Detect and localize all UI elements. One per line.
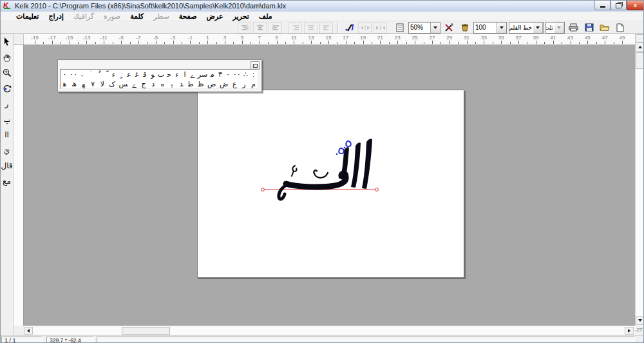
menu-item-help[interactable]: تعليمات (16, 12, 39, 21)
glyph-cell[interactable]: ﺣ (166, 70, 172, 79)
glyph-cell[interactable]: ﺀ (174, 70, 180, 79)
zoom-combobox[interactable]: 50% (408, 22, 440, 34)
glyph-cell[interactable]: ٌ (95, 70, 100, 79)
glyph-cell[interactable]: ے (131, 80, 137, 88)
glyph-cell[interactable]: ۛ (87, 70, 93, 79)
glyph-cell[interactable]: ∴ (243, 70, 249, 79)
menu-item-edit[interactable]: تحرير (232, 12, 249, 21)
document-page[interactable] (197, 90, 464, 278)
align-left-button[interactable] (319, 22, 333, 34)
glyph-cell[interactable]: ؞ (79, 70, 85, 79)
open-button[interactable] (598, 22, 611, 34)
glyph-cell[interactable]: ﻅ (197, 80, 204, 88)
vertical-scroll-thumb[interactable] (636, 52, 644, 69)
glyph-cell[interactable]: ٠٠ (70, 70, 77, 79)
pen-adjust-button[interactable] (343, 22, 356, 34)
rotate-tool[interactable] (1, 83, 12, 93)
menu-item-line[interactable]: سطر (153, 12, 169, 21)
glyph-cell[interactable]: ﻗ (142, 70, 147, 79)
pen-dropdown-arrow[interactable] (533, 23, 543, 33)
restore-button[interactable] (611, 1, 627, 10)
glyph-cell[interactable]: ﮎ (109, 80, 115, 88)
glyph-cell[interactable]: ﻻ (99, 80, 105, 88)
align-center-button[interactable] (304, 22, 317, 34)
menu-item-image[interactable]: صورة (104, 12, 120, 21)
stroke-tool-reh[interactable]: ر (1, 98, 12, 109)
glyph-cell[interactable]: ﺽ (220, 80, 228, 88)
close-button[interactable]: x (627, 1, 644, 10)
spacing-decrease-button[interactable] (358, 22, 372, 34)
spacing-increase-button[interactable] (374, 22, 387, 34)
fit-page-button[interactable] (393, 22, 406, 34)
align-red-center-button[interactable] (253, 22, 267, 34)
zoom-tool[interactable] (1, 67, 12, 78)
align-red-left-button[interactable] (269, 22, 282, 34)
glyph-cell[interactable]: ﺍ (182, 70, 188, 79)
glyph-cell[interactable]: ﻋ (126, 70, 132, 79)
align-red-right-button[interactable] (238, 22, 251, 34)
select-tool[interactable] (1, 36, 12, 47)
yeh-tool[interactable]: يَ (1, 144, 12, 155)
glyph-cell[interactable]: ﻡ (251, 80, 256, 88)
style-combobox[interactable]: ثلث (545, 22, 565, 34)
compose-tool[interactable]: مع (1, 175, 12, 186)
size-dropdown-arrow[interactable] (497, 23, 506, 33)
glyph-cell[interactable]: ﺀ (111, 70, 117, 79)
glyph-cell[interactable]: ﻉ (232, 80, 238, 88)
glyph-cell[interactable]: ّ (103, 70, 109, 79)
word-tool[interactable]: قال (1, 160, 12, 171)
stroke-tool-kaf[interactable]: ݒ (1, 113, 12, 124)
glyph-cell[interactable]: ﺳﺮ (198, 70, 207, 79)
glyph-cell[interactable]: ٣ (217, 70, 223, 79)
glyph-cell[interactable]: ﺪ (178, 80, 184, 88)
glyph-cell[interactable]: ﻏ (134, 70, 140, 79)
glyph-cell[interactable]: ﻮ (150, 70, 156, 79)
scroll-up-button[interactable] (636, 43, 644, 52)
scroll-down-button[interactable] (636, 316, 644, 325)
glyph-cell[interactable]: ﻫ (62, 80, 68, 88)
menu-item-graphic[interactable]: گرافيك (73, 12, 94, 21)
baseline-handle-left[interactable] (261, 188, 265, 191)
glyph-cell[interactable]: ے (190, 70, 196, 79)
glyph-cell[interactable]: ﹴ (118, 70, 124, 79)
glyph-cell[interactable]: ٠٠ (233, 70, 241, 79)
calligraphy-artwork[interactable] (252, 126, 391, 210)
glyph-cell[interactable]: ﺩ (150, 80, 156, 88)
alef-tool[interactable]: اا (1, 129, 12, 140)
glyph-cell[interactable]: : (251, 70, 256, 79)
zoom-dropdown-arrow[interactable] (430, 23, 440, 33)
glyph-cell[interactable]: ٠ (62, 70, 68, 79)
glyph-cell[interactable]: ﺝ (141, 80, 147, 88)
minimize-button[interactable] (594, 1, 611, 10)
size-combobox[interactable]: 100 (473, 22, 507, 34)
menu-item-view[interactable]: عرض (207, 12, 223, 21)
new-document-button[interactable] (613, 22, 627, 34)
glyph-cell[interactable]: ﻩ (160, 80, 166, 88)
glyph-cell[interactable]: ﺲ (118, 80, 128, 88)
glyph-cell[interactable]: ھ (71, 80, 77, 88)
align-right-button[interactable] (289, 22, 302, 34)
save-button[interactable] (582, 22, 596, 34)
glyph-cell[interactable]: ٮ (158, 70, 164, 79)
scroll-right-button[interactable] (625, 327, 634, 335)
glyph-cell[interactable]: ﺑ (169, 80, 175, 88)
scroll-left-button[interactable] (24, 327, 33, 335)
menu-item-file[interactable]: ملف (259, 12, 272, 21)
glyph-cell[interactable]: ﺹ (207, 80, 216, 88)
glyph-cell[interactable]: ﻬ (80, 80, 86, 88)
glyph-cell[interactable]: ٧ (90, 80, 96, 88)
print-button[interactable] (567, 22, 580, 34)
glyph-cell[interactable]: ٠ (225, 70, 231, 79)
menu-item-word[interactable]: كلمة (130, 12, 144, 21)
horizontal-scroll-thumb[interactable] (122, 327, 170, 335)
ruler-units-button[interactable]: ؞ (636, 34, 644, 43)
glyph-cell[interactable]: ﺭ (241, 80, 247, 88)
menu-item-page[interactable]: صفحة (179, 12, 197, 21)
vertical-scrollbar[interactable]: ؞ (635, 34, 644, 326)
style-dropdown-arrow[interactable] (554, 23, 564, 33)
tools-button[interactable] (442, 22, 456, 34)
pen-combobox[interactable]: خط القلم الاول (509, 22, 544, 34)
glyph-cell[interactable]: ﻣ (209, 70, 215, 79)
pan-tool[interactable] (1, 52, 12, 63)
horizontal-scrollbar[interactable] (24, 326, 635, 335)
